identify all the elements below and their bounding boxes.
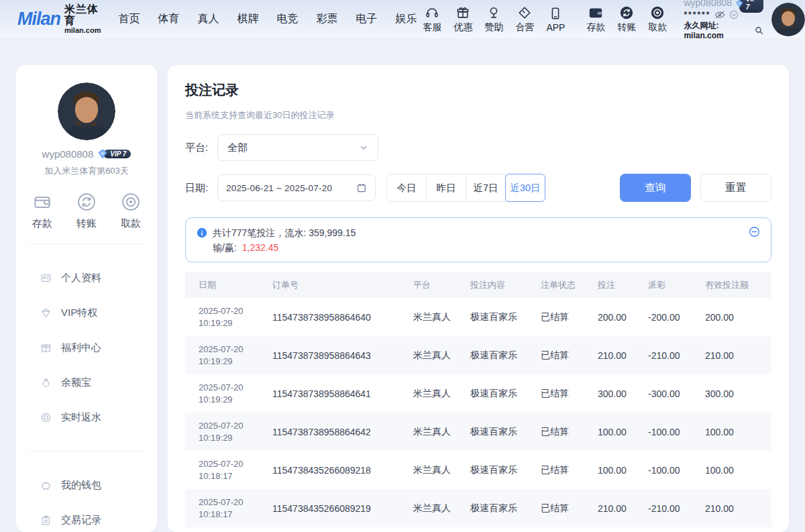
id-card-icon	[40, 272, 52, 284]
sidebar-deposit-action[interactable]: 存款	[32, 192, 52, 230]
withdraw-icon	[650, 5, 665, 20]
avatar[interactable]	[771, 3, 805, 36]
deposit-label: 存款	[586, 21, 605, 34]
cell-valid: 200.00	[705, 312, 771, 323]
table-header-row: 日期订单号平台投注内容注单状态投注派彩有效投注额	[185, 272, 771, 298]
cell-order: 1154738738958864642	[272, 427, 413, 437]
transfer-label: 转账	[617, 21, 636, 34]
collapse-icon[interactable]	[749, 226, 760, 237]
vip-diamond-icon	[97, 149, 108, 159]
table-column-header: 日期	[199, 279, 272, 291]
vip-badge: VIP 7	[735, 0, 763, 9]
cell-order: 1154738738958864640	[272, 312, 413, 323]
rebate-icon	[40, 412, 52, 423]
deposit-link[interactable]: 存款	[586, 5, 605, 34]
sidebar-menu-group2: 我的钱包 交易记录 投注记录	[16, 465, 157, 532]
cell-platform: 米兰真人	[413, 464, 470, 476]
range-yesterday-button[interactable]: 昨日	[426, 174, 466, 202]
header-username: wyp080808	[684, 0, 732, 9]
date-range-input[interactable]: 2025-06-21 ~ 2025-07-20	[217, 174, 376, 201]
platform-select[interactable]: 全部	[217, 134, 378, 161]
site-url-text: 永久网址: milan.com	[684, 21, 752, 41]
logo-cn-text: 米兰体育	[64, 4, 101, 27]
cell-date: 2025-07-20 10:19:29	[199, 305, 272, 329]
cell-platform: 米兰真人	[413, 388, 470, 400]
nav-item[interactable]: 电子	[356, 12, 377, 26]
cell-payout: -100.00	[648, 465, 705, 476]
sponsor-link[interactable]: 赞助	[484, 5, 503, 34]
sidebar-item-wallet[interactable]: 我的钱包	[24, 468, 149, 502]
main-nav: 首页体育真人棋牌电竞彩票电子娱乐	[118, 12, 417, 26]
nav-item[interactable]: 首页	[118, 12, 140, 26]
cell-status: 已结算	[541, 502, 598, 515]
top-header: Milan 米兰体育 milan.com 首页体育真人棋牌电竞彩票电子娱乐 客服	[0, 0, 805, 38]
cell-content: 极速百家乐	[470, 388, 541, 400]
sidebar-item-label: 余额宝	[61, 376, 91, 389]
cell-platform: 米兰真人	[413, 311, 470, 323]
cell-platform: 米兰真人	[413, 350, 470, 362]
app-link[interactable]: APP	[546, 6, 565, 33]
sidebar-vip-badge: VIP 7	[97, 149, 131, 159]
sidebar-transfer-action[interactable]: 转账	[76, 192, 97, 230]
withdraw-link[interactable]: 取款	[648, 5, 667, 34]
transfer-link[interactable]: 转账	[617, 5, 636, 34]
partner-link[interactable]: 合营	[515, 5, 534, 34]
table-column-header: 注单状态	[541, 279, 598, 291]
cell-bet: 100.00	[598, 427, 648, 437]
sidebar-item-rebate[interactable]: 实时返水	[24, 400, 149, 435]
diamond-icon	[517, 5, 532, 20]
table-row: 2025-07-20 10:18:171154738435266089218米兰…	[185, 451, 771, 489]
table-body: 2025-07-20 10:19:291154738738958864640米兰…	[185, 298, 771, 527]
sidebar-withdraw-action[interactable]: 取款	[121, 192, 141, 230]
range-today-button[interactable]: 今日	[386, 174, 427, 202]
nav-item[interactable]: 真人	[197, 12, 219, 26]
user-block: wyp080808 VIP 7 ******	[684, 0, 763, 41]
eye-off-icon[interactable]	[714, 10, 725, 19]
cell-valid: 300.00	[705, 388, 771, 399]
promo-link[interactable]: 优惠	[453, 5, 472, 34]
transfer-icon	[76, 192, 97, 212]
sidebar-item-label: 个人资料	[61, 272, 101, 284]
range-7days-button[interactable]: 近7日	[466, 174, 506, 202]
magnifier-icon[interactable]	[755, 26, 763, 35]
bet-records-table: 日期订单号平台投注内容注单状态投注派彩有效投注额 2025-07-20 10:1…	[185, 272, 771, 527]
nav-item[interactable]: 电竞	[276, 12, 298, 26]
nav-item[interactable]: 棋牌	[237, 12, 258, 26]
cell-payout: -210.00	[648, 503, 705, 514]
quick-range-group: 今日 昨日 近7日 近30日	[386, 174, 545, 202]
summary-win-loss-value: 1,232.45	[242, 240, 279, 255]
sidebar-avatar[interactable]	[58, 83, 115, 140]
reset-button[interactable]: 重置	[700, 174, 771, 202]
table-column-header: 平台	[413, 279, 470, 291]
brand-logo[interactable]: Milan 米兰体育 milan.com	[17, 4, 101, 34]
table-column-header: 有效投注额	[705, 279, 771, 291]
chevron-circle-icon[interactable]	[729, 10, 739, 19]
sidebar-item-label: 福利中心	[61, 341, 101, 354]
promo-label: 优惠	[453, 21, 472, 34]
sidebar-menu-group1: 个人资料 VIP特权 福利中心	[16, 258, 157, 437]
sidebar-item-transactions[interactable]: 交易记录	[24, 502, 149, 532]
page-subtitle: 当前系统支持查询最近30日的投注记录	[185, 109, 771, 121]
cell-status: 已结算	[541, 426, 598, 438]
table-row: 2025-07-20 10:18:171154738435266089219米兰…	[185, 489, 771, 527]
clipboard-icon	[40, 515, 52, 526]
medal-icon	[486, 5, 501, 20]
sidebar-withdraw-label: 取款	[121, 217, 141, 230]
sidebar-item-vip[interactable]: VIP特权	[24, 295, 149, 330]
nav-item[interactable]: 娱乐	[395, 12, 417, 26]
search-button[interactable]: 查询	[620, 174, 691, 202]
sidebar-item-welfare[interactable]: 福利中心	[24, 330, 149, 365]
sidebar-item-profile[interactable]: 个人资料	[24, 260, 149, 295]
table-row: 2025-07-20 10:19:291154738738958864642米兰…	[185, 413, 771, 451]
service-label: 客服	[423, 21, 441, 34]
sidebar-item-yuebao[interactable]: 余额宝	[24, 365, 149, 400]
cell-content: 极速百家乐	[470, 502, 541, 515]
gem-icon	[40, 307, 52, 319]
cell-content: 极速百家乐	[470, 426, 541, 438]
date-label: 日期:	[185, 182, 217, 195]
service-link[interactable]: 客服	[423, 5, 441, 34]
range-30days-button[interactable]: 近30日	[505, 174, 545, 202]
cell-payout: -100.00	[648, 427, 705, 437]
nav-item[interactable]: 体育	[158, 12, 179, 26]
nav-item[interactable]: 彩票	[316, 12, 337, 26]
